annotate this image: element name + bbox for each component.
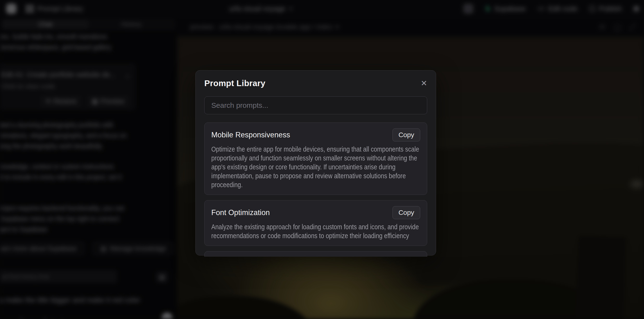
close-icon[interactable]: ✕ [421,80,427,87]
prompt-list: Mobile Responsiveness Copy Optimize the … [204,122,427,257]
prompt-library-modal: Prompt Library ✕ Mobile Responsiveness C… [196,70,436,256]
screen: Prompt Library urfa visual voyage ▾ Supa… [0,0,644,319]
prompt-body: Analyze the existing approach for loadin… [211,222,420,240]
prompt-card-font-optimization: Font Optimization Copy Analyze the exist… [204,200,427,246]
search-input[interactable] [204,96,427,114]
prompt-card-partial [204,251,427,257]
copy-button[interactable]: Copy [392,206,420,219]
prompt-title: Mobile Responsiveness [211,131,290,139]
prompt-title: Font Optimization [211,208,270,217]
prompt-body: Optimize the entire app for mobile devic… [211,145,420,189]
copy-button[interactable]: Copy [392,128,420,142]
modal-title: Prompt Library [204,78,266,88]
prompt-card-mobile-responsiveness: Mobile Responsiveness Copy Optimize the … [204,122,427,195]
